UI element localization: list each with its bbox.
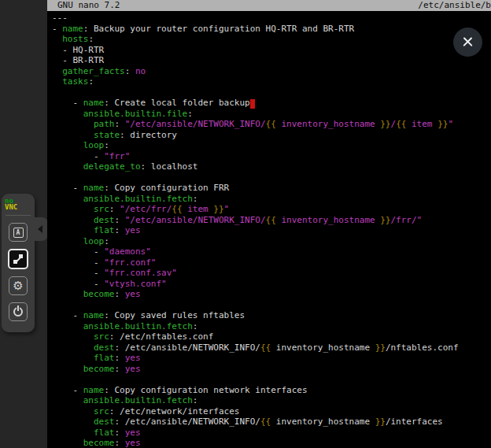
- editor-line: src: /etc/network/interfaces: [52, 406, 491, 417]
- fullscreen-button[interactable]: [8, 249, 28, 269]
- editor-line: - "vtysh.conf": [52, 279, 491, 290]
- editor-line: loop:: [52, 140, 491, 151]
- editor-line: src: "/etc/frr/{{ item }}": [52, 204, 491, 215]
- editor-line: - name: Backup your router configuration…: [52, 24, 491, 35]
- editor-line: flat: yes: [52, 353, 491, 364]
- vnc-control-panel: no VNC A ⚙: [2, 194, 35, 332]
- editor-line: - "frr.conf.sav": [52, 268, 491, 279]
- editor-line: - name: Copy configuration network inter…: [52, 385, 491, 396]
- settings-button[interactable]: ⚙: [9, 276, 28, 295]
- editor-line: ansible.builtin.fetch:: [52, 194, 491, 205]
- close-button[interactable]: [453, 28, 482, 57]
- editor-line: [52, 87, 491, 98]
- editor-line: ansible.builtin.fetch:: [52, 395, 491, 406]
- editor-line: path: "/etc/ansible/NETWORK_INFO/{{ inve…: [52, 119, 491, 130]
- collapse-left-arrow-icon: [38, 225, 42, 233]
- fullscreen-icon: [13, 254, 24, 265]
- editor-line: loop:: [52, 236, 491, 247]
- editor-line: flat: yes: [52, 225, 491, 236]
- nano-app-title: GNU nano 7.2: [47, 0, 120, 11]
- terminal-screen[interactable]: GNU nano 7.2 /etc/ansible/b ---- name: B…: [47, 0, 491, 448]
- editor-line: - name: Copy configuration FRR: [52, 183, 491, 194]
- close-icon: [462, 36, 474, 48]
- editor-area[interactable]: ---- name: Backup your router configurat…: [47, 11, 491, 448]
- editor-line: become: yes: [52, 438, 491, 448]
- editor-line: - BR-RTR: [52, 55, 491, 66]
- editor-line: dest: /etc/ansible/NETWORK_INFO/{{ inven…: [52, 342, 491, 354]
- keycap-a-icon: A: [13, 228, 24, 238]
- editor-line: tasks:: [52, 76, 491, 87]
- gear-icon: ⚙: [13, 280, 23, 292]
- power-button[interactable]: [9, 302, 28, 321]
- editor-line: [52, 374, 491, 385]
- editor-line: ---: [52, 13, 491, 24]
- editor-line: become: yes: [52, 289, 491, 300]
- editor-line: become: yes: [52, 364, 491, 375]
- editor-line: - name: Create local folder backup: [52, 98, 491, 109]
- editor-line: - name: Copy saved rules nftables: [52, 310, 491, 321]
- editor-line: src: /etc/nftables.conf: [52, 331, 491, 342]
- screen: no VNC A ⚙ GNU nano 7.2 /etc/ansib: [0, 0, 491, 448]
- editor-line: - "frr": [52, 151, 491, 162]
- editor-line: [52, 172, 491, 183]
- editor-line: - "daemons": [52, 246, 491, 257]
- sidebar-collapse-handle[interactable]: [35, 217, 48, 241]
- novnc-logo: no VNC: [2, 194, 35, 210]
- vnc-sidebar: no VNC A ⚙: [0, 0, 47, 448]
- editor-line: gather_facts: no: [52, 66, 491, 77]
- editor-line: dest: "/etc/ansible/NETWORK_INFO/{{ inve…: [52, 215, 491, 226]
- editor-line: - HQ-RTR: [52, 45, 491, 56]
- editor-line: [52, 300, 491, 311]
- power-icon: [13, 307, 23, 317]
- editor-line: ansible.builtin.file:: [52, 109, 491, 120]
- editor-line: dest: /etc/ansible/NETWORK_INFO/{{ inven…: [52, 417, 491, 428]
- nano-titlebar: GNU nano 7.2 /etc/ansible/b: [47, 0, 491, 11]
- editor-line: hosts:: [52, 34, 491, 45]
- editor-line: state: directory: [52, 130, 491, 141]
- editor-line: - "frr.conf": [52, 257, 491, 268]
- keyboard-button[interactable]: A: [9, 223, 28, 242]
- editor-line: delegate_to: localhost: [52, 161, 491, 172]
- editor-line: ansible.builtin.fetch:: [52, 321, 491, 332]
- novnc-logo-line2: VNC: [5, 204, 35, 210]
- panel-divider: [6, 215, 31, 216]
- editor-line: flat: yes: [52, 428, 491, 439]
- nano-file-path: /etc/ansible/b: [418, 0, 491, 11]
